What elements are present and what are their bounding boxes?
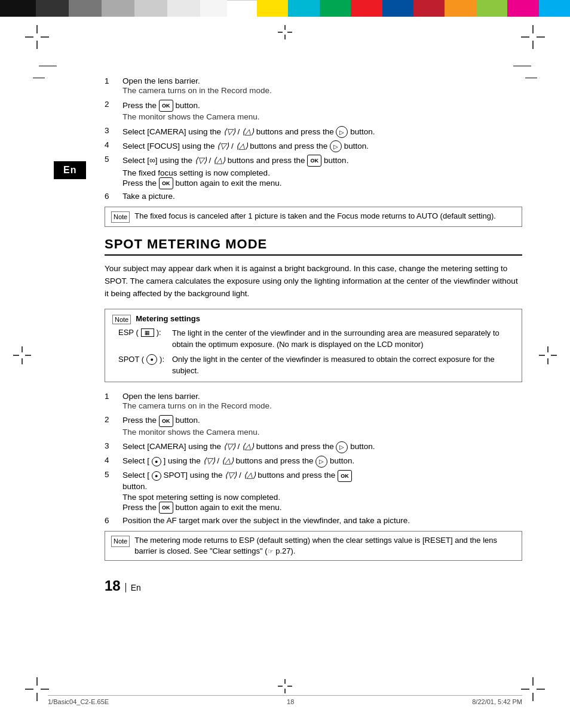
ok-button-icon-5b: OK <box>159 177 173 189</box>
metering-settings-label: Metering settings <box>136 314 200 324</box>
spot-step-3: 3 Select [CAMERA] using the ⟨▽⟩ / ⟨△⟩ bu… <box>105 441 522 453</box>
ok-button-icon-5: OK <box>307 155 321 167</box>
footer-left: 1/Basic04_C2-E.65E <box>48 698 109 705</box>
reg-mark-left-mid <box>13 346 31 366</box>
note-label-1: Note <box>111 211 130 223</box>
page-number-area: 18 En <box>105 573 522 594</box>
reg-mark-right-mid <box>539 346 557 366</box>
spot-description: Only the light in the center of the view… <box>172 354 514 377</box>
spot-step-4: 4 Select [ ● ] using the ⟨▽⟩ / ⟨△⟩ butto… <box>105 456 522 468</box>
footer-right: 8/22/01, 5:42 PM <box>472 698 522 705</box>
play-button-icon-s4: ▷ <box>315 456 327 468</box>
reg-mark-bottom-left <box>25 677 49 703</box>
ok-button-icon-s2: OK <box>159 415 173 427</box>
play-button-icon: ▷ <box>336 126 348 138</box>
spot-step-5: 5 Select [ ● SPOT] using the ⟨▽⟩ / ⟨△⟩ b… <box>105 470 522 514</box>
dot-icon-s5: ● <box>152 471 161 481</box>
en-badge: En <box>54 161 86 179</box>
right-margin-line-2 <box>525 78 537 78</box>
ok-button-icon-s5: OK <box>338 470 352 482</box>
left-margin-line-2 <box>33 78 45 78</box>
reg-mark-top-right <box>521 25 545 51</box>
main-content: 1 Open the lens barrier. The camera turn… <box>105 76 522 594</box>
ok-button-icon: OK <box>159 100 173 112</box>
step-6: 6 Take a picture. <box>105 192 522 201</box>
spot-metering-heading: SPOT METERING MODE <box>105 236 522 256</box>
page-label: En <box>125 583 141 592</box>
esp-setting-row: ESP ( ▦ ): The light in the center of th… <box>118 328 514 351</box>
spot-step-2: 2 Press the OK button. The monitor shows… <box>105 415 522 439</box>
reg-mark-bottom-right <box>521 677 545 703</box>
step-4: 4 Select [FOCUS] using the ⟨▽⟩ / ⟨△⟩ but… <box>105 140 522 152</box>
step-5: 5 Select [∞] using the ⟨▽⟩ / ⟨△⟩ buttons… <box>105 155 522 189</box>
dot-icon-s4: ● <box>152 457 161 466</box>
play-button-icon-s3: ▷ <box>336 441 348 453</box>
crosshair-bottom <box>278 679 292 695</box>
spot-setting-row: SPOT ( ● ): Only the light in the center… <box>118 354 514 377</box>
note-box-1: Note The fixed focus is canceled after 1… <box>105 207 522 227</box>
page-footer: 1/Basic04_C2-E.65E 18 8/22/01, 5:42 PM <box>48 695 522 705</box>
spot-step-1: 1 Open the lens barrier. The camera turn… <box>105 392 522 413</box>
note-label-metering: Note <box>112 315 131 324</box>
page-number: 18 <box>105 578 121 594</box>
note-label-spot: Note <box>111 536 130 547</box>
ok-button-icon-s5b: OK <box>159 502 173 514</box>
play-button-icon-4: ▷ <box>330 140 342 152</box>
reg-mark-top-left <box>25 25 49 51</box>
metering-settings-note: Note Metering settings ESP ( ▦ ): The li… <box>105 309 522 382</box>
footer-center: 18 <box>287 698 294 705</box>
note-text-spot: The metering mode returns to ESP (defaul… <box>134 535 516 557</box>
step-2: 2 Press the OK button. The monitor shows… <box>105 100 522 124</box>
esp-description: The light in the center of the viewfinde… <box>172 328 514 351</box>
note-text-1: The fixed focus is canceled after 1 pict… <box>134 211 496 223</box>
spot-icon: ● <box>146 354 157 365</box>
spot-metering-section: SPOT METERING MODE Your subject may appe… <box>105 236 522 561</box>
crosshair-top <box>278 25 292 41</box>
color-bars-top <box>0 0 570 17</box>
right-margin-line-top <box>513 66 531 66</box>
note-box-spot: Note The metering mode returns to ESP (d… <box>105 531 522 561</box>
esp-icon: ▦ <box>141 328 154 337</box>
step-1: 1 Open the lens barrier. The camera turn… <box>105 76 522 97</box>
spot-metering-intro: Your subject may appear dark when it is … <box>105 263 522 300</box>
spot-step-6: 6 Position the AF target mark over the s… <box>105 516 522 525</box>
left-margin-line-top <box>39 66 57 66</box>
step-3: 3 Select [CAMERA] using the ⟨▽⟩ / ⟨△⟩ bu… <box>105 126 522 138</box>
steps-section1: 1 Open the lens barrier. The camera turn… <box>105 76 522 227</box>
